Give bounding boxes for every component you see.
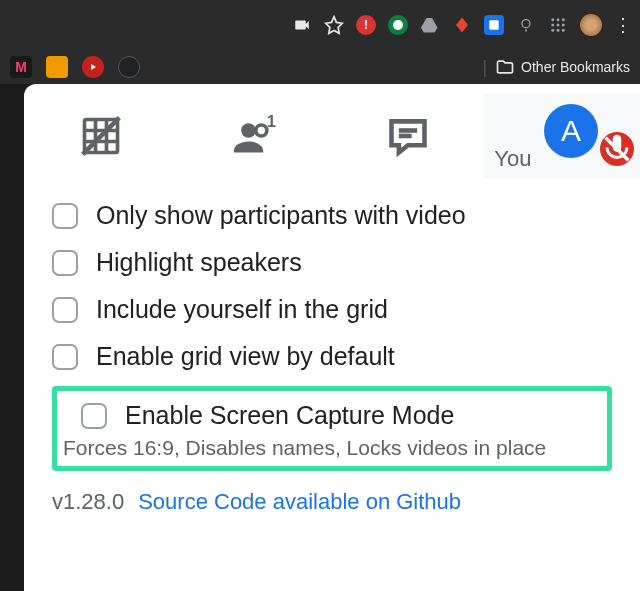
highlighted-option-box: Enable Screen Capture Mode Forces 16:9, … [52, 386, 612, 471]
options-list: Only show participants with video Highli… [24, 178, 640, 471]
svg-point-2 [522, 20, 530, 28]
svg-point-4 [551, 18, 554, 21]
option-label: Enable grid view by default [96, 342, 395, 371]
checkbox[interactable] [81, 403, 107, 429]
profile-avatar-icon[interactable] [580, 14, 602, 36]
option-label: Highlight speakers [96, 248, 302, 277]
checkbox[interactable] [52, 344, 78, 370]
svg-point-11 [557, 29, 560, 32]
option-highlight-speakers[interactable]: Highlight speakers [52, 239, 612, 286]
bookmarks-label: Other Bookmarks [521, 59, 630, 75]
pinned-extension-2[interactable] [46, 56, 68, 78]
browser-toolbar: ! ⋮ [0, 0, 640, 50]
svg-point-12 [562, 29, 565, 32]
self-avatar: A [544, 104, 598, 158]
tab-chat[interactable] [331, 94, 484, 178]
self-tile-label: You [494, 146, 531, 172]
apps-grid-icon[interactable] [548, 15, 568, 35]
browser-secondary-bar: M | Other Bookmarks [0, 50, 640, 84]
svg-point-19 [241, 123, 256, 138]
separator-icon: | [482, 57, 487, 78]
tab-row: 1 You A [24, 94, 640, 178]
tab-people[interactable]: 1 [177, 94, 330, 178]
source-code-link[interactable]: Source Code available on Github [138, 489, 461, 515]
svg-rect-1 [489, 20, 498, 29]
extension-popup: 1 You A Only show [24, 84, 640, 591]
pinned-extension-4[interactable] [118, 56, 140, 78]
folder-icon [495, 57, 515, 77]
svg-point-5 [557, 18, 560, 21]
checkbox[interactable] [52, 203, 78, 229]
option-include-yourself[interactable]: Include yourself in the grid [52, 286, 612, 333]
star-icon[interactable] [324, 15, 344, 35]
option-subtitle: Forces 16:9, Disables names, Locks video… [63, 436, 601, 460]
option-label: Include yourself in the grid [96, 295, 388, 324]
svg-point-6 [562, 18, 565, 21]
option-label: Enable Screen Capture Mode [125, 401, 454, 430]
svg-line-18 [82, 118, 119, 155]
svg-point-7 [551, 24, 554, 27]
popup-footer: v1.28.0 Source Code available on Github [24, 471, 640, 515]
svg-point-20 [256, 125, 267, 136]
pinned-extension-3[interactable] [82, 56, 104, 78]
bulb-icon[interactable] [516, 15, 536, 35]
browser-menu-icon[interactable]: ⋮ [614, 16, 632, 34]
tab-grid[interactable] [24, 94, 177, 178]
pinned-extension-1[interactable]: M [10, 56, 32, 78]
extension-icon-3[interactable] [452, 15, 472, 35]
drive-icon[interactable] [420, 15, 440, 35]
checkbox[interactable] [52, 297, 78, 323]
svg-text:1: 1 [267, 114, 276, 130]
version-label: v1.28.0 [52, 489, 124, 515]
self-video-tile[interactable]: You A [484, 94, 640, 178]
svg-point-10 [551, 29, 554, 32]
svg-point-9 [562, 24, 565, 27]
mic-muted-icon [600, 132, 634, 166]
extension-icon-4[interactable] [484, 15, 504, 35]
bookmarks-folder[interactable]: | Other Bookmarks [482, 57, 630, 78]
svg-point-0 [393, 20, 403, 30]
checkbox[interactable] [52, 250, 78, 276]
option-only-video[interactable]: Only show participants with video [52, 192, 612, 239]
extension-icon-2[interactable] [388, 15, 408, 35]
extension-icon-1[interactable]: ! [356, 15, 376, 35]
option-screen-capture[interactable]: Enable Screen Capture Mode [81, 399, 601, 434]
camera-icon[interactable] [292, 15, 312, 35]
svg-point-8 [557, 24, 560, 27]
option-label: Only show participants with video [96, 201, 466, 230]
option-enable-by-default[interactable]: Enable grid view by default [52, 333, 612, 380]
